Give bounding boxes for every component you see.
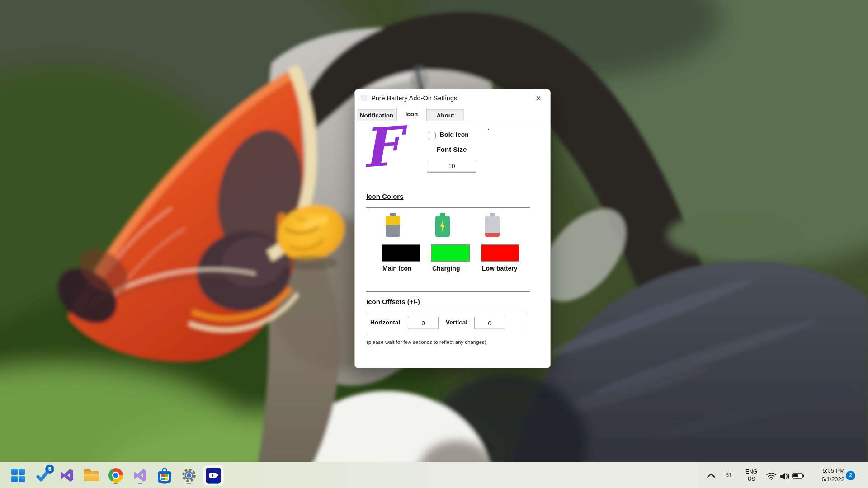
- bold-icon-label: Bold Icon: [440, 131, 469, 138]
- language-indicator[interactable]: ENG US: [741, 468, 761, 483]
- language-line1: ENG: [741, 468, 761, 475]
- clock-time: 5:05 PM: [805, 466, 844, 475]
- battery-low-icon: [485, 213, 500, 237]
- taskbar-item-microsoft-store[interactable]: [155, 465, 175, 485]
- titlebar[interactable]: Pure Battery Add-On Settings ×: [355, 89, 550, 107]
- chrome-icon: [108, 468, 123, 483]
- taskbar-item-chrome[interactable]: [106, 465, 126, 485]
- language-line2: US: [741, 475, 761, 483]
- icon-offsets-heading: Icon Offsets (+/-): [366, 298, 420, 305]
- icon-colors-heading: Icon Colors: [366, 192, 404, 200]
- pure-battery-app-icon: [206, 468, 221, 483]
- icon-preview: F: [360, 116, 419, 187]
- visual-studio-preview-icon: [133, 468, 147, 483]
- clock-date: 6/1/2023: [805, 475, 844, 483]
- tab-icon[interactable]: Icon: [396, 108, 427, 121]
- close-button[interactable]: ×: [531, 92, 546, 104]
- system-tray: 61 ENG US 5:05 PM: [696, 462, 868, 488]
- folder-icon: [84, 469, 99, 482]
- settings-note: (please wait for few seconds to reflect …: [367, 339, 486, 345]
- microsoft-store-icon: [157, 468, 172, 483]
- taskbar-item-pure-battery-addon[interactable]: [203, 465, 223, 485]
- horizontal-offset-input[interactable]: [408, 317, 439, 329]
- bold-icon-checkbox[interactable]: [429, 132, 436, 139]
- main-icon-color-swatch[interactable]: [382, 244, 420, 262]
- tab-about[interactable]: About: [427, 109, 464, 121]
- active-indicator: [208, 483, 219, 484]
- running-indicator: [138, 483, 142, 484]
- desktop: Pure Battery Add-On Settings × Notificat…: [0, 0, 868, 488]
- taskbar-item-settings[interactable]: [179, 465, 199, 485]
- notification-badge: 6: [45, 465, 54, 474]
- battery-main-icon: [385, 213, 401, 237]
- taskbar-item-file-explorer[interactable]: [81, 465, 101, 485]
- clock[interactable]: 5:05 PM 6/1/2023: [805, 466, 844, 483]
- battery-percent-tray-icon[interactable]: 61: [721, 471, 736, 479]
- speaker-icon[interactable]: [779, 472, 791, 481]
- font-size-input[interactable]: [427, 160, 476, 173]
- taskbar-item-visual-studio[interactable]: [57, 465, 77, 485]
- taskbar-apps: 6: [8, 462, 223, 488]
- battery-status-icon[interactable]: [792, 473, 805, 479]
- running-indicator: [187, 483, 191, 484]
- hidden-icons-chevron[interactable]: [707, 472, 716, 479]
- app-icon: [361, 95, 367, 101]
- charging-label: Charging: [432, 265, 460, 272]
- settings-window: Pure Battery Add-On Settings × Notificat…: [354, 89, 551, 368]
- charging-color-swatch[interactable]: [431, 244, 470, 262]
- lightning-bolt-icon: [439, 220, 446, 232]
- icon-colors-group: Main Icon Charging Low battery: [366, 207, 530, 292]
- low-battery-label: Low battery: [482, 265, 518, 272]
- running-indicator: [163, 483, 167, 484]
- font-size-label: Font Size: [427, 145, 476, 153]
- window-title: Pure Battery Add-On Settings: [371, 89, 457, 107]
- taskbar-item-visual-studio-preview[interactable]: [130, 465, 150, 485]
- main-icon-label: Main Icon: [382, 265, 412, 272]
- gear-icon: [181, 468, 197, 483]
- low-battery-color-swatch[interactable]: [481, 244, 519, 262]
- visual-studio-icon: [60, 468, 74, 483]
- vertical-offset-input[interactable]: [474, 317, 505, 329]
- running-indicator: [114, 483, 118, 484]
- taskbar: 6: [0, 462, 868, 488]
- notification-center-badge[interactable]: 2: [846, 471, 855, 480]
- start-button[interactable]: [8, 465, 28, 485]
- horizontal-label: Horizontal: [370, 319, 400, 326]
- icon-offsets-group: Horizontal Vertical: [366, 313, 527, 335]
- stray-dot: [488, 129, 489, 130]
- battery-charging-icon: [435, 213, 450, 237]
- vertical-label: Vertical: [446, 319, 467, 326]
- windows-logo-icon: [11, 469, 25, 482]
- wifi-icon[interactable]: [766, 472, 777, 480]
- taskbar-item-todo-check[interactable]: 6: [33, 465, 52, 485]
